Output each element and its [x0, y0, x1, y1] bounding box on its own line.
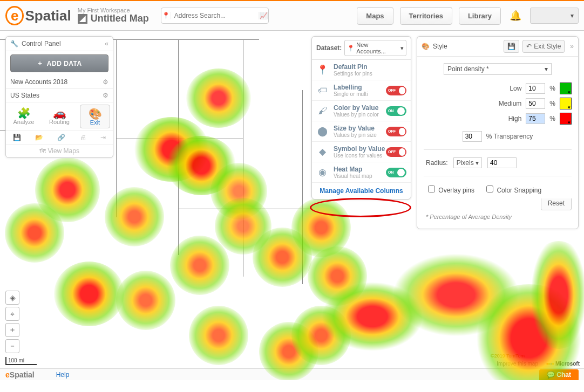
gear-icon[interactable]: ⚙	[103, 92, 108, 99]
address-search[interactable]: 📍 📈	[161, 8, 269, 24]
overlay-pins-input[interactable]	[428, 185, 435, 192]
density-mode-select[interactable]: Point density *▾	[444, 63, 552, 75]
color-snapping-checkbox[interactable]: Color Snapping	[484, 184, 541, 194]
low-label: Low	[492, 85, 521, 92]
control-panel: 🔧 Control Panel « ＋ ADD DATA New Account…	[5, 36, 113, 158]
radius-unit-select[interactable]: Pixels ▾	[453, 157, 482, 168]
high-color-swatch[interactable]	[560, 113, 572, 125]
app-header: eSpatial My First Workspace Untitled Map…	[0, 1, 584, 31]
map-icon	[78, 14, 87, 24]
chevron-down-icon: ▾	[400, 45, 404, 52]
tool-label: Analyze	[13, 119, 34, 125]
pct-label: %	[549, 115, 555, 122]
map-title[interactable]: Untitled Map	[91, 13, 149, 24]
item-title: Heat Map	[334, 166, 372, 173]
layer-row[interactable]: New Accounts 2018 ⚙	[6, 75, 113, 89]
toggle-label: ON	[388, 170, 394, 174]
open-icon[interactable]: 📂	[35, 134, 43, 141]
dataset-selector[interactable]: 📍 New Accounts... ▾	[344, 40, 406, 56]
map-icon: 🗺	[39, 147, 46, 155]
nav-library[interactable]: Library	[459, 7, 501, 25]
transparency-input[interactable]	[463, 131, 482, 142]
pct-label: %	[549, 100, 555, 107]
tool-label: Exit	[90, 119, 100, 126]
low-input[interactable]	[526, 83, 545, 94]
overlay-label: Overlay pins	[438, 187, 474, 194]
tilt-icon[interactable]: ◈	[5, 291, 19, 305]
medium-input[interactable]	[526, 98, 545, 109]
annotation-ellipse	[310, 198, 411, 217]
pin-icon: 📍	[316, 64, 328, 76]
tool-exit[interactable]: 🎨Exit	[80, 105, 110, 128]
add-data-button[interactable]: ＋ ADD DATA	[10, 54, 108, 72]
toggle-symbol-value[interactable]: OFF	[386, 147, 406, 157]
toggle-label: OFF	[388, 129, 396, 133]
brand-logo: eSpatial	[5, 8, 71, 24]
export-icon[interactable]: ⇥	[100, 134, 106, 141]
style-labelling[interactable]: 🏷 LabellingSingle or multi OFF	[312, 80, 411, 101]
control-panel-title: Control Panel	[22, 40, 61, 47]
search-input[interactable]	[171, 8, 259, 23]
map-canvas[interactable]: 🔧 Control Panel « ＋ ADD DATA New Account…	[0, 31, 584, 380]
dataset-panel: Dataset: 📍 New Accounts... ▾ 📍 Default P…	[311, 36, 411, 200]
low-color-swatch[interactable]	[560, 82, 572, 94]
color-snapping-input[interactable]	[486, 185, 493, 192]
nav-maps[interactable]: Maps	[357, 7, 393, 25]
undo-icon: ↶	[526, 43, 532, 50]
pct-label: %	[549, 85, 555, 92]
transparency-label: % Transparency	[486, 133, 533, 140]
manage-columns-link[interactable]: Manage Available Columns	[320, 187, 403, 195]
toggle-label: OFF	[388, 88, 396, 92]
toggle-heat-map[interactable]: ON	[386, 168, 406, 177]
style-color-by-value[interactable]: 🖌 Color by ValueValues by pin color ON	[312, 101, 411, 121]
improve-map-link[interactable]: Improve this map	[497, 361, 538, 367]
style-symbol-by-value[interactable]: ◆ Symbol by ValueUse icons for values OF…	[312, 142, 411, 162]
user-dropdown[interactable]: ▾	[530, 8, 579, 24]
high-label: High	[492, 115, 521, 122]
locate-icon[interactable]: ⌖	[5, 307, 19, 321]
toggle-labelling[interactable]: OFF	[386, 86, 406, 95]
tool-analyze[interactable]: 🧩Analyze	[9, 105, 39, 128]
add-data-label: ADD DATA	[47, 60, 82, 67]
pin-plus-icon[interactable]: 📍	[161, 12, 171, 19]
density-note: * Percentage of Average Density	[424, 210, 572, 220]
workspace-block: My First Workspace Untitled Map	[78, 7, 149, 24]
bell-icon[interactable]: 🔔	[507, 10, 524, 22]
tomtom-credit: ©2019 TomTom	[491, 353, 525, 359]
view-maps-link[interactable]: 🗺 View Maps	[6, 145, 113, 157]
item-sub: Values by pin size	[334, 132, 377, 138]
layer-row[interactable]: US States ⚙	[6, 89, 113, 102]
zoom-out-button[interactable]: －	[5, 339, 19, 353]
reset-button[interactable]: Reset	[541, 198, 572, 210]
nav-territories[interactable]: Territories	[400, 7, 452, 25]
gear-icon[interactable]: ⚙	[103, 78, 108, 86]
share-icon[interactable]: 🔗	[57, 134, 65, 141]
view-maps-label: View Maps	[47, 147, 79, 155]
overlay-pins-checkbox[interactable]: Overlay pins	[426, 184, 474, 194]
help-link[interactable]: Help	[56, 371, 70, 379]
save-style-button[interactable]: 💾	[504, 40, 519, 53]
radius-label: Radius:	[426, 159, 448, 167]
wrench-icon: 🔧	[10, 40, 18, 47]
toggle-size-value[interactable]: OFF	[386, 127, 406, 136]
expand-icon[interactable]: »	[570, 43, 574, 50]
toggle-color-value[interactable]: ON	[386, 106, 406, 116]
route-add-icon[interactable]: 📈	[259, 12, 268, 19]
save-icon[interactable]: 💾	[13, 134, 21, 141]
plus-icon: ＋	[37, 59, 44, 68]
tool-routing[interactable]: 🚗Routing	[44, 105, 74, 128]
style-size-by-value[interactable]: ⬤ Size by ValueValues by pin size OFF	[312, 121, 411, 142]
style-default-pin[interactable]: 📍 Default PinSettings for pins	[312, 60, 411, 80]
snapping-label: Color Snapping	[497, 187, 541, 194]
exit-style-button[interactable]: ↶Exit Style	[522, 40, 565, 53]
print-icon[interactable]: 🖨	[80, 134, 86, 141]
radius-input[interactable]	[487, 157, 517, 168]
zoom-in-button[interactable]: ＋	[5, 323, 19, 337]
tag-icon: 🏷	[316, 85, 328, 97]
high-input[interactable]	[526, 113, 545, 124]
tool-label: Routing	[49, 119, 70, 125]
medium-color-swatch[interactable]	[560, 98, 572, 109]
style-heat-map[interactable]: ◉ Heat MapVisual heat map ON	[312, 162, 411, 183]
chat-button[interactable]: 💬 Chat	[539, 369, 579, 380]
collapse-icon[interactable]: «	[105, 40, 108, 47]
